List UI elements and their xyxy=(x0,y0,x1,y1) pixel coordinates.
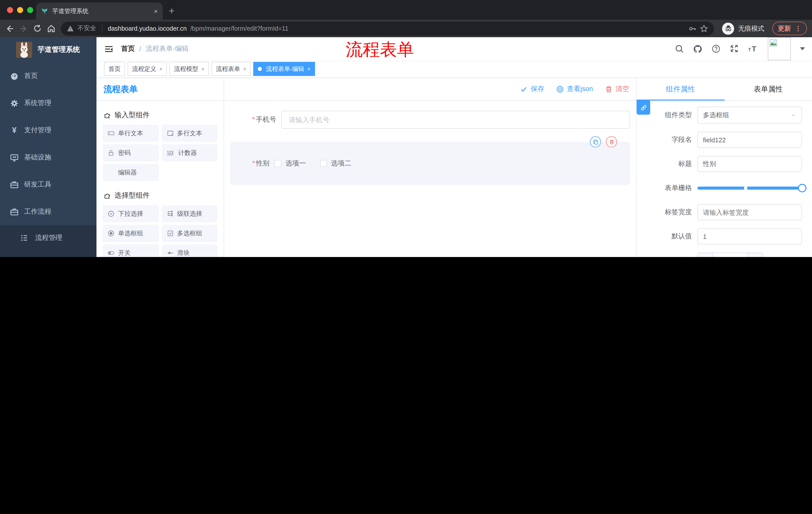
browser-update-button[interactable]: 更新 ⋮ xyxy=(772,22,807,35)
slider-icon xyxy=(167,249,174,256)
tag-process-definition[interactable]: 流程定义× xyxy=(127,62,167,76)
canvas-field-gender-selected[interactable]: *性别 选项一 选项二 xyxy=(230,142,630,185)
breadcrumb-home[interactable]: 首页 xyxy=(121,44,135,53)
screen: 芋道管理系统 × + 不安全 d xyxy=(0,0,812,257)
save-button[interactable]: 保存 xyxy=(520,84,544,93)
palette-item-counter[interactable]: 123 计数器 xyxy=(162,144,218,161)
palette-item-slider[interactable]: 滑块 xyxy=(162,244,218,257)
home-icon[interactable] xyxy=(47,24,56,33)
chevron-up-icon xyxy=(10,209,89,215)
slider-handle[interactable] xyxy=(798,184,807,192)
browser-menu-icon[interactable]: ⋮ xyxy=(795,25,802,32)
gender-option1-checkbox[interactable]: 选项一 xyxy=(274,159,306,168)
tag-process-form-edit[interactable]: 流程表单-编辑× xyxy=(254,62,315,76)
minimize-window-button[interactable] xyxy=(17,7,23,13)
avatar-caret-icon[interactable] xyxy=(800,47,805,50)
search-icon[interactable] xyxy=(675,44,684,53)
palette-item-cascader[interactable]: 级联选择 xyxy=(162,205,218,222)
github-icon[interactable] xyxy=(693,44,702,54)
sidebar-item-infrastructure[interactable]: 基础设施 xyxy=(0,144,96,171)
default-value-input[interactable] xyxy=(697,228,802,244)
tag-home[interactable]: 首页 xyxy=(104,62,125,76)
canvas-field-phone[interactable]: *手机号 xyxy=(230,111,630,129)
sidebar: 芋道管理系统 首页 系统管理 ¥ 支付管理 xyxy=(0,37,96,257)
tab-component-props[interactable]: 组件属性 xyxy=(637,84,724,94)
tag-process-form[interactable]: 流程表单× xyxy=(211,62,251,76)
sidebar-item-home[interactable]: 首页 xyxy=(0,62,96,89)
breadcrumb-current: 流程表单-编辑 xyxy=(146,44,189,53)
clear-button[interactable]: 清空 xyxy=(605,84,629,93)
new-tab-button[interactable]: + xyxy=(169,5,174,17)
sidebar-item-devtools[interactable]: 研发工具 xyxy=(0,171,96,198)
default-value-label: 默认值 xyxy=(645,232,692,241)
tag-close-icon[interactable]: × xyxy=(243,66,246,72)
security-label[interactable]: 不安全 xyxy=(77,24,96,33)
component-type-select[interactable]: 多选框组 xyxy=(697,107,802,124)
bookmark-star-icon[interactable] xyxy=(700,24,708,32)
fullscreen-icon[interactable] xyxy=(730,44,738,53)
phone-input[interactable] xyxy=(281,111,630,129)
gender-row: *性别 选项一 选项二 xyxy=(230,159,630,168)
palette-item-multi-line-text[interactable]: 多行文本 xyxy=(162,125,218,142)
trash-icon xyxy=(605,85,612,93)
close-window-button[interactable] xyxy=(7,7,13,13)
sidebar-item-workflow[interactable]: 工作流程 xyxy=(0,198,96,225)
sidebar-fold-icon[interactable] xyxy=(105,45,113,53)
gender-option2-checkbox[interactable]: 选项二 xyxy=(320,159,351,168)
label-width-input[interactable] xyxy=(697,204,802,220)
field-name-input[interactable] xyxy=(697,132,802,148)
avatar[interactable] xyxy=(768,37,791,60)
min-select-value[interactable]: 至少应选 xyxy=(713,253,747,257)
title-input[interactable] xyxy=(697,156,802,172)
palette-item-checkbox-group[interactable]: 多选框组 xyxy=(162,225,218,242)
chevron-down-icon xyxy=(10,182,89,188)
chevron-down-icon xyxy=(10,127,89,133)
section-select-components: 选择型组件 xyxy=(104,191,218,200)
palette-item-select[interactable]: 下拉选择 xyxy=(103,205,158,222)
sidebar-item-process-management[interactable]: 流程管理 xyxy=(0,225,96,250)
tab-form-props[interactable]: 表单属性 xyxy=(724,84,812,94)
palette-item-radio-group[interactable]: 单选框组 xyxy=(103,225,158,242)
tag-close-icon[interactable]: × xyxy=(201,66,204,72)
not-secure-warning-icon xyxy=(67,25,74,32)
chevron-down-icon xyxy=(790,112,796,118)
incognito-icon xyxy=(722,22,734,34)
breadcrumb: 首页 / 流程表单-编辑 xyxy=(121,44,189,53)
tag-process-model[interactable]: 流程模型× xyxy=(170,62,209,76)
palette-item-password[interactable]: 密码 xyxy=(103,144,158,161)
view-json-button[interactable]: 查看json xyxy=(556,84,593,93)
number-123-icon: 123 xyxy=(167,150,175,156)
sidebar-item-system[interactable]: 系统管理 xyxy=(0,89,96,117)
puzzle-icon xyxy=(104,111,111,119)
maximize-window-button[interactable] xyxy=(27,7,33,13)
back-icon[interactable] xyxy=(5,24,14,33)
component-palette: 流程表单 输入型组件 单行文本 xyxy=(96,78,224,257)
font-size-icon[interactable]: TT xyxy=(748,44,759,53)
active-tab-underline xyxy=(637,100,724,101)
sidebar-item-process-form[interactable]: 流程表单 xyxy=(0,250,96,257)
help-icon[interactable] xyxy=(712,44,721,53)
section-input-components: 输入型组件 xyxy=(104,111,218,120)
tab-close-icon[interactable]: × xyxy=(154,7,158,15)
palette-item-single-line-text[interactable]: 单行文本 xyxy=(103,125,158,142)
sidebar-item-payment[interactable]: ¥ 支付管理 xyxy=(0,117,96,144)
stepper-decrease-button[interactable]: − xyxy=(698,253,713,257)
reload-icon[interactable] xyxy=(33,24,42,33)
password-key-icon[interactable] xyxy=(688,24,696,32)
copy-component-button[interactable] xyxy=(590,136,601,147)
forward-icon[interactable] xyxy=(19,24,28,33)
check-icon xyxy=(520,85,528,93)
form-grid-slider[interactable] xyxy=(697,180,802,196)
palette-item-switch[interactable]: 开关 xyxy=(103,244,158,257)
browser-tab[interactable]: 芋道管理系统 × xyxy=(36,2,163,20)
delete-component-button[interactable] xyxy=(606,136,617,147)
app-header: 首页 / 流程表单-编辑 流程表单 xyxy=(96,37,812,60)
address-bar[interactable]: 不安全 dashboard.yudao.iocoder.cn/bpm/manag… xyxy=(61,21,714,35)
tag-close-icon[interactable]: × xyxy=(159,66,163,72)
palette-item-editor[interactable]: 编辑器 xyxy=(103,164,158,181)
tag-close-icon[interactable]: × xyxy=(307,66,311,72)
stepper-increase-button[interactable]: + xyxy=(747,253,762,257)
link-icon[interactable] xyxy=(637,100,650,115)
puzzle-icon xyxy=(104,192,111,199)
switch-icon xyxy=(108,249,115,256)
